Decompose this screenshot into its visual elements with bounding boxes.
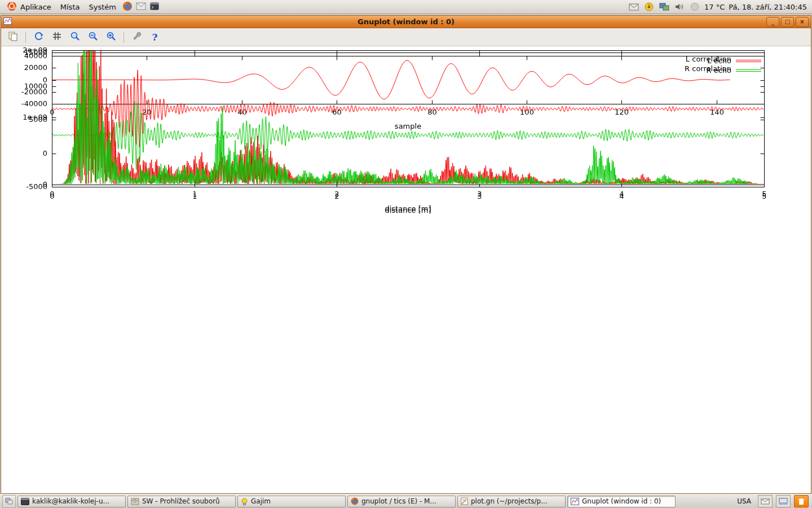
toolbar-separator [123, 32, 124, 43]
weather-icon[interactable] [689, 1, 700, 12]
menu-applications-label: Aplikace [20, 3, 51, 11]
terminal-launcher-icon [150, 2, 159, 12]
menu-applications[interactable]: Aplikace [3, 0, 55, 14]
clock[interactable]: Pá, 18. září, 21:40:45 [729, 3, 807, 11]
menu-places[interactable]: Místa [56, 2, 84, 12]
trash-button[interactable] [794, 495, 809, 507]
task-editor[interactable]: plot.gn (~/projects/p... [457, 496, 566, 507]
config-icon [132, 31, 142, 43]
terminal-launcher[interactable] [148, 1, 161, 13]
task-file-manager[interactable]: SW - Prohlížeč souborů [127, 496, 236, 507]
window-title: Gnuplot (window id : 0) [1, 17, 811, 26]
config-button[interactable] [130, 30, 144, 44]
terminal-icon [21, 498, 29, 505]
task-label: kaklik@kaklik-kolej-u... [32, 497, 109, 505]
firefox-icon [351, 497, 359, 505]
taskbar: kaklik@kaklik-kolej-u... SW - Prohlížeč … [0, 494, 812, 508]
task-label: SW - Prohlížeč souborů [142, 497, 220, 505]
panel-tray-button[interactable] [776, 495, 791, 507]
trash-icon [798, 498, 805, 505]
temperature-indicator[interactable]: 17 °C [704, 3, 725, 11]
firefox-icon [122, 1, 133, 13]
task-label: Gnuplot (window id : 0) [582, 497, 661, 505]
menu-system[interactable]: Systém [85, 2, 120, 12]
gnuplot-window-icon [3, 16, 12, 27]
volume-icon[interactable] [674, 1, 685, 12]
zoom-next-icon [88, 31, 98, 43]
task-terminal[interactable]: kaklik@kaklik-kolej-u... [17, 496, 126, 507]
menu-places-label: Místa [60, 3, 80, 11]
help-button[interactable]: ? [148, 30, 162, 44]
mail-launcher[interactable] [135, 1, 147, 13]
copy-icon [8, 31, 18, 43]
task-label: plot.gn (~/projects/p... [471, 497, 548, 505]
top-panel: Aplikace Místa Systém [0, 0, 812, 14]
plot-area [1, 46, 811, 493]
close-button[interactable]: × [796, 17, 809, 27]
taskbar-tray: USA [734, 495, 810, 507]
replot-button[interactable] [32, 30, 46, 44]
mail-notifier-icon[interactable] [628, 1, 639, 12]
panel-tray-icon [779, 498, 788, 505]
titlebar[interactable]: Gnuplot (window id : 0) _ □ × [1, 16, 811, 28]
task-gnuplot[interactable]: Gnuplot (window id : 0) [567, 496, 676, 507]
keyboard-layout-indicator[interactable]: USA [734, 496, 754, 506]
mail-launcher-icon [136, 2, 146, 12]
zoom-previous-button[interactable] [68, 30, 82, 44]
grid-icon [52, 32, 61, 43]
zoom-next-button[interactable] [86, 30, 100, 44]
menu-system-label: Systém [89, 3, 116, 11]
task-firefox[interactable]: gnuplot / tics (E) - M... [347, 496, 456, 507]
mail-tray-icon [761, 498, 770, 505]
replot-icon [34, 31, 44, 43]
show-desktop-button[interactable] [2, 495, 16, 508]
minimize-button[interactable]: _ [766, 17, 779, 27]
maximize-button[interactable]: □ [781, 17, 794, 27]
toolbar: ? [1, 28, 811, 46]
system-tray: 17 °C Pá, 18. září, 21:40:45 [628, 1, 809, 12]
toolbar-separator [25, 32, 26, 43]
grid-button[interactable] [50, 30, 64, 44]
task-label: gnuplot / tics (E) - M... [361, 497, 436, 505]
task-label: Gajim [251, 497, 271, 505]
gnuplot-icon [571, 498, 579, 505]
window-controls: _ □ × [766, 17, 811, 27]
zoom-reset-icon [106, 31, 116, 43]
firefox-launcher[interactable] [121, 1, 134, 13]
zoom-previous-icon [70, 31, 80, 43]
mail-tray-button[interactable] [758, 495, 773, 507]
network-icon[interactable] [659, 1, 670, 12]
task-gajim[interactable]: Gajim [237, 496, 346, 507]
correlation-plot-canvas[interactable] [1, 46, 811, 221]
file-manager-icon [131, 498, 139, 505]
help-icon: ? [152, 32, 158, 43]
gnuplot-window: Gnuplot (window id : 0) _ □ × [1, 15, 811, 494]
show-desktop-icon [5, 498, 13, 505]
copy-button[interactable] [6, 30, 20, 44]
zoom-reset-button[interactable] [104, 30, 118, 44]
ubuntu-logo-icon [7, 1, 17, 13]
text-editor-icon [461, 497, 468, 505]
gajim-icon [241, 498, 248, 505]
update-icon[interactable] [643, 1, 655, 12]
